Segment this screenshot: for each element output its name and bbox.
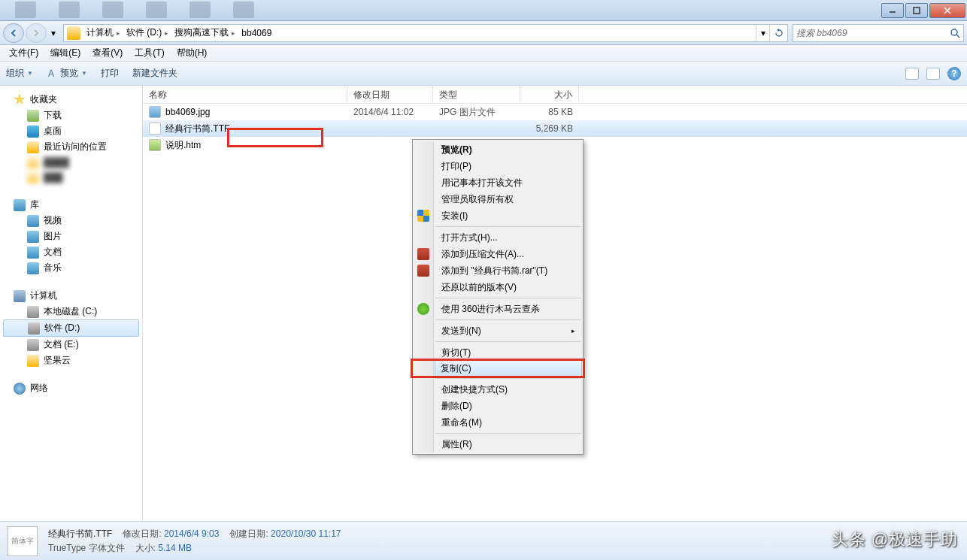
sidebar: 收藏夹 下载 桌面 最近访问的位置 ████ ███ 库 视频 图片 文档 音乐… <box>0 86 143 534</box>
cloud-icon <box>27 355 39 367</box>
menubar: 文件(F) 编辑(E) 查看(V) 工具(T) 帮助(H) <box>0 45 967 62</box>
sb-favorites[interactable]: 收藏夹 <box>0 92 142 107</box>
drive-icon <box>28 322 40 334</box>
tb-print[interactable]: 打印 <box>101 67 119 80</box>
network-icon <box>14 383 26 395</box>
desktop-icon <box>27 126 39 138</box>
ctx-cut[interactable]: 剪切(T) <box>435 344 581 361</box>
sb-desktop[interactable]: 桌面 <box>0 123 142 139</box>
refresh-button[interactable] <box>769 25 787 41</box>
ctx-print[interactable]: 打印(P) <box>435 158 581 174</box>
ctx-admin[interactable]: 管理员取得所有权 <box>435 191 581 207</box>
ctx-shortcut[interactable]: 创建快捷方式(S) <box>435 381 581 398</box>
360-icon <box>417 303 429 315</box>
rar-icon <box>417 248 429 260</box>
ctx-copy[interactable]: 复制(C) <box>435 360 582 377</box>
doc-icon <box>27 247 39 259</box>
ctx-addrar[interactable]: 添加到 "经典行书简.rar"(T) <box>435 262 581 279</box>
context-menu: 预览(R) 打印(P) 用记事本打开该文件 管理员取得所有权 安装(I) 打开方… <box>412 139 584 455</box>
history-dropdown[interactable]: ▾ <box>48 28 59 38</box>
ctx-delete[interactable]: 删除(D) <box>435 398 581 414</box>
breadcrumb-folder2[interactable]: bb4069 <box>238 25 274 41</box>
ctx-sendto[interactable]: 发送到(N)▸ <box>435 322 581 339</box>
svg-point-4 <box>951 29 957 35</box>
tb-newfolder[interactable]: 新建文件夹 <box>132 67 177 80</box>
folder-icon <box>67 26 80 40</box>
breadcrumb-drive[interactable]: 软件 (D:)▸ <box>123 25 171 41</box>
sb-nutcloud[interactable]: 坚果云 <box>0 353 142 368</box>
sb-drive-c[interactable]: 本地磁盘 (C:) <box>0 304 142 319</box>
help-icon[interactable]: ? <box>947 67 961 80</box>
watermark: 头条 @极速手助 <box>832 528 958 551</box>
sb-downloads[interactable]: 下载 <box>0 107 142 123</box>
drive-icon <box>27 306 39 318</box>
address-dropdown[interactable]: ▾ <box>756 25 769 41</box>
back-button[interactable] <box>3 23 24 43</box>
status-bar: 简体字 经典行书简.TTF 修改日期: 2014/6/4 9:03 创建日期: … <box>0 521 967 560</box>
ctx-restore[interactable]: 还原以前的版本(V) <box>435 279 581 295</box>
col-type[interactable]: 类型 <box>433 86 520 103</box>
status-filename: 经典行书简.TTF <box>48 528 112 540</box>
breadcrumb-folder1[interactable]: 搜狗高速下载▸ <box>171 25 238 41</box>
ctx-install[interactable]: 安装(I) <box>435 207 581 224</box>
navbar: ▾ 计算机▸ 软件 (D:)▸ 搜狗高速下载▸ bb4069 ▾ <box>0 21 967 45</box>
computer-icon <box>14 290 26 302</box>
col-name[interactable]: 名称 <box>143 86 347 103</box>
forward-button[interactable] <box>26 23 47 43</box>
sb-network[interactable]: 网络 <box>0 380 142 396</box>
sb-drive-d[interactable]: 软件 (D:) <box>3 319 139 337</box>
ctx-addarchive[interactable]: 添加到压缩文件(A)... <box>435 246 581 262</box>
ttf-icon <box>149 123 161 135</box>
status-info: 经典行书简.TTF 修改日期: 2014/6/4 9:03 创建日期: 2020… <box>48 528 341 555</box>
menu-help[interactable]: 帮助(H) <box>171 45 214 61</box>
download-icon <box>27 110 39 122</box>
sb-music[interactable]: 音乐 <box>0 260 142 276</box>
titlebar <box>0 0 967 21</box>
video-icon <box>27 215 39 227</box>
ctx-preview[interactable]: 预览(R) <box>435 141 581 158</box>
file-row-selected[interactable]: 经典行书简.TTF 5,269 KB <box>143 120 967 137</box>
taskbar-icons <box>15 0 254 18</box>
view-options-icon[interactable] <box>905 68 919 80</box>
recent-icon <box>27 141 39 153</box>
sb-videos[interactable]: 视频 <box>0 213 142 229</box>
minimize-button[interactable] <box>881 3 904 18</box>
search-box[interactable] <box>793 24 964 42</box>
tb-preview[interactable]: A预览▼ <box>47 67 87 80</box>
address-bar[interactable]: 计算机▸ 软件 (D:)▸ 搜狗高速下载▸ bb4069 ▾ <box>63 24 788 42</box>
sb-pictures[interactable]: 图片 <box>0 229 142 244</box>
svg-text:A: A <box>48 68 54 79</box>
drive-icon <box>27 339 39 351</box>
search-icon <box>950 28 960 38</box>
ctx-360scan[interactable]: 使用 360进行木马云查杀 <box>435 301 581 317</box>
file-row[interactable]: bb4069.jpg 2014/6/4 11:02 JPG 图片文件 85 KB <box>143 104 967 120</box>
column-headers: 名称 修改日期 类型 大小 <box>143 86 967 104</box>
search-input[interactable] <box>796 28 950 38</box>
ctx-openwith[interactable]: 打开方式(H)... <box>435 229 581 246</box>
col-date[interactable]: 修改日期 <box>347 86 433 103</box>
sb-drive-e[interactable]: 文档 (E:) <box>0 337 142 353</box>
sb-blur1[interactable]: ████ <box>0 155 142 170</box>
menu-file[interactable]: 文件(F) <box>3 45 44 61</box>
sb-recent[interactable]: 最近访问的位置 <box>0 139 142 155</box>
ctx-rename[interactable]: 重命名(M) <box>435 414 581 431</box>
preview-pane-icon[interactable] <box>926 68 940 80</box>
sb-libraries[interactable]: 库 <box>0 197 142 213</box>
maximize-button[interactable] <box>905 3 928 18</box>
col-size[interactable]: 大小 <box>520 86 579 103</box>
menu-view[interactable]: 查看(V) <box>86 45 129 61</box>
sb-computer[interactable]: 计算机 <box>0 288 142 304</box>
menu-edit[interactable]: 编辑(E) <box>44 45 86 61</box>
music-icon <box>27 262 39 274</box>
ctx-properties[interactable]: 属性(R) <box>435 436 581 453</box>
tb-organize[interactable]: 组织▼ <box>6 67 33 80</box>
breadcrumb-computer[interactable]: 计算机▸ <box>83 25 123 41</box>
menu-tools[interactable]: 工具(T) <box>129 45 170 61</box>
close-button[interactable] <box>929 3 965 18</box>
sb-blur2[interactable]: ███ <box>0 170 142 185</box>
star-icon <box>14 94 26 106</box>
window-controls <box>881 3 967 18</box>
ctx-notepad[interactable]: 用记事本打开该文件 <box>435 174 581 191</box>
font-icon: A <box>47 68 57 79</box>
sb-docs[interactable]: 文档 <box>0 244 142 260</box>
